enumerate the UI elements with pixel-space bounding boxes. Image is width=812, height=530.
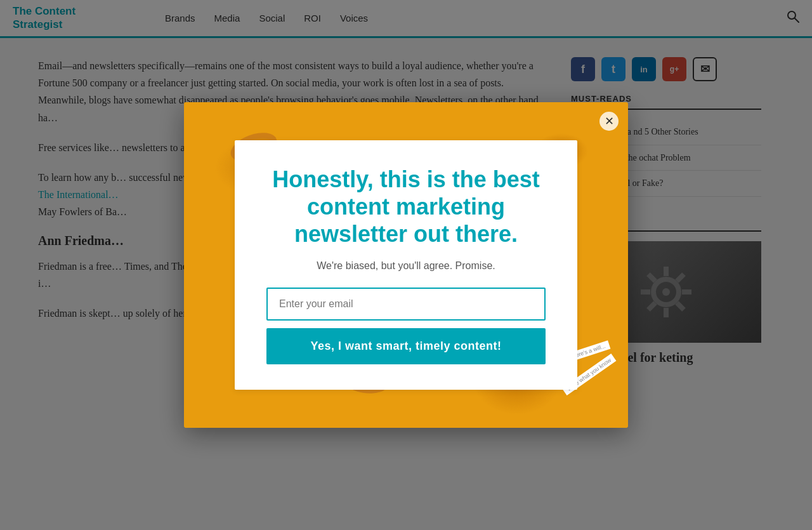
email-input[interactable] xyxy=(266,288,546,321)
modal-close-button[interactable]: ✕ xyxy=(599,112,619,131)
modal-overlay[interactable]: Read more There's a will... Write what y… xyxy=(0,0,812,388)
modal-content-box: Honestly, this is the best content marke… xyxy=(235,140,577,388)
subscribe-submit-button[interactable]: Yes, I want smart, timely content! xyxy=(266,328,546,364)
modal-heading: Honestly, this is the best content marke… xyxy=(266,166,546,248)
modal-subtext: We're biased, but you'll agree. Promise. xyxy=(266,260,546,272)
modal-popup: Read more There's a will... Write what y… xyxy=(184,102,628,388)
